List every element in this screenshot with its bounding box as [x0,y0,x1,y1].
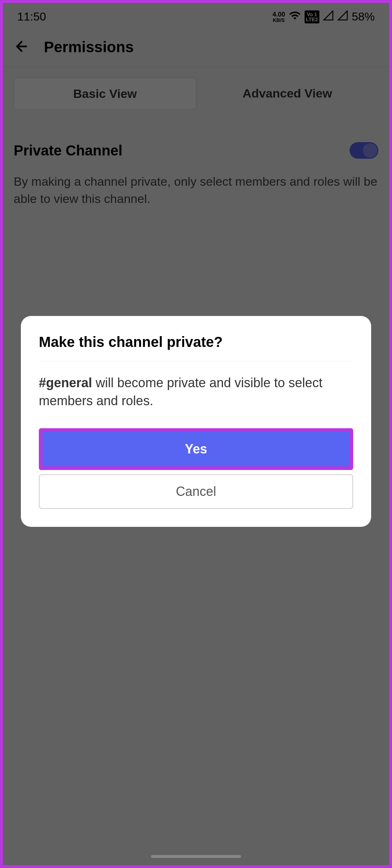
channel-name: #general [39,375,92,390]
dialog-body: #general will become private and visible… [39,374,353,410]
yes-button-highlight: Yes [39,428,353,470]
yes-button[interactable]: Yes [42,432,350,466]
confirm-dialog: Make this channel private? #general will… [21,316,371,527]
cancel-button[interactable]: Cancel [39,474,353,509]
navigation-bar-handle[interactable] [151,855,241,858]
dialog-title: Make this channel private? [39,334,353,361]
